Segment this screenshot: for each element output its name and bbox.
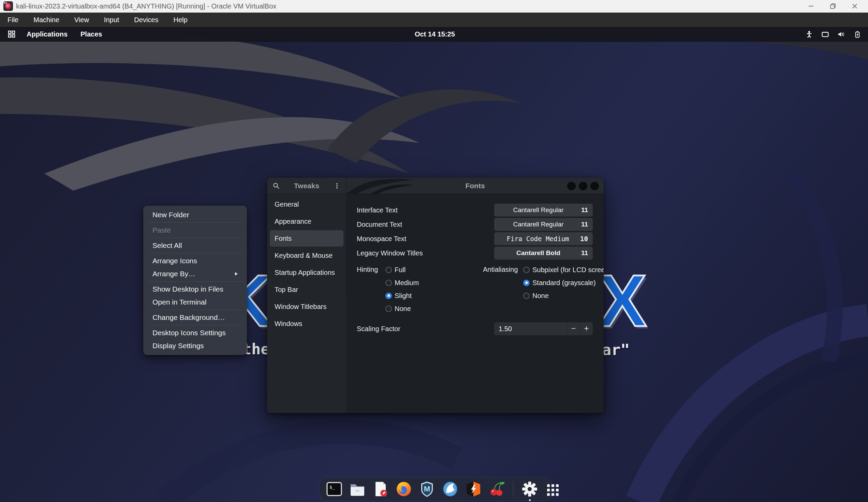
wireshark-icon: [441, 480, 459, 498]
radio-aa-subpixel[interactable]: Subpixel (for LCD screens): [523, 265, 604, 275]
radio-hinting-medium[interactable]: Medium: [385, 278, 419, 288]
radio-icon-selected: [523, 280, 530, 286]
app-grid-icon: [544, 480, 562, 498]
gnome-top-bar: Applications Places Oct 14 15:25: [0, 27, 868, 42]
grid-2x2-icon: [8, 30, 16, 38]
dock-wireshark[interactable]: [441, 480, 459, 498]
interface-font-button[interactable]: Cantarell Regular 11: [494, 203, 593, 217]
menu-item-select-all[interactable]: Select All: [143, 239, 247, 252]
sidebar-item-windows[interactable]: Windows: [270, 315, 343, 332]
accessibility-button[interactable]: [805, 30, 813, 38]
menu-input[interactable]: Input: [104, 16, 119, 24]
scaling-factor-label: Scaling Factor: [357, 322, 400, 335]
dock-burpsuite[interactable]: [465, 480, 482, 498]
display-status-button[interactable]: [821, 30, 829, 38]
menu-file[interactable]: File: [8, 16, 18, 24]
dock-files[interactable]: [349, 480, 366, 498]
desktop[interactable]: K X "the ear" Applications Places Oct 14…: [0, 27, 868, 502]
radio-label: None: [533, 292, 549, 300]
font-size: 11: [581, 206, 588, 214]
radio-label: Medium: [395, 279, 419, 287]
menu-devices[interactable]: Devices: [134, 16, 158, 24]
increment-button[interactable]: +: [580, 322, 593, 335]
menu-divider: [149, 222, 241, 223]
tweaks-headerbar[interactable]: Tweaks Fonts: [267, 178, 604, 194]
font-row-legacy-titles: Legacy Window Titles Cantarell Bold 11: [347, 247, 604, 260]
sidebar-item-keyboard-mouse[interactable]: Keyboard & Mouse: [270, 247, 343, 264]
close-button[interactable]: [850, 2, 859, 11]
settings-gear-icon: [521, 480, 538, 498]
screen: 64 kali-linux-2023.2-virtualbox-amd64 (B…: [0, 0, 868, 502]
font-row-interface: Interface Text Cantarell Regular 11: [347, 203, 604, 217]
radio-icon: [385, 305, 392, 312]
sidebar-item-startup-applications[interactable]: Startup Applications: [270, 264, 343, 281]
menu-item-desktop-icons-settings[interactable]: Desktop Icons Settings: [143, 326, 247, 339]
menu-item-new-folder[interactable]: New Folder: [143, 208, 247, 221]
menu-item-arrange-by[interactable]: Arrange By…: [143, 268, 247, 280]
dock-cherrytree[interactable]: [488, 480, 505, 498]
kebab-menu-button[interactable]: [332, 181, 342, 191]
overview-grid-button[interactable]: [5, 27, 18, 42]
menu-view[interactable]: View: [74, 16, 89, 24]
burpsuite-icon: [465, 480, 482, 498]
tweaks-window: Tweaks Fonts: [267, 178, 604, 413]
volume-button[interactable]: [837, 30, 845, 38]
window-button-3[interactable]: [590, 182, 599, 190]
font-name: Cantarell Regular: [499, 206, 578, 214]
window-button-2[interactable]: [579, 182, 587, 190]
dock-terminal[interactable]: $_: [326, 480, 343, 498]
menu-item-arrange-icons[interactable]: Arrange Icons: [143, 254, 247, 268]
menu-machine[interactable]: Machine: [33, 16, 59, 24]
minimize-button[interactable]: [807, 2, 816, 11]
battery-button[interactable]: [853, 30, 861, 38]
radio-label: Full: [395, 266, 405, 274]
desktop-context-menu: New Folder Paste Select All Arrange Icon…: [143, 206, 247, 355]
font-size: 11: [581, 221, 588, 228]
menu-divider: [149, 238, 241, 238]
applications-menu[interactable]: Applications: [22, 27, 72, 42]
radio-hinting-slight[interactable]: Slight: [385, 291, 412, 301]
sidebar-item-top-bar[interactable]: Top Bar: [270, 281, 343, 298]
sidebar-item-fonts[interactable]: Fonts: [270, 230, 343, 247]
radio-label: Slight: [395, 292, 412, 300]
monospace-font-button[interactable]: Fira Code Medium 10: [494, 232, 593, 245]
radio-hinting-none[interactable]: None: [385, 304, 411, 314]
accessibility-icon: [805, 30, 813, 38]
document-font-button[interactable]: Cantarell Regular 11: [494, 218, 593, 231]
clock[interactable]: Oct 14 15:25: [415, 27, 455, 42]
firefox-icon: [395, 480, 413, 498]
sidebar-item-general[interactable]: General: [270, 196, 343, 212]
dock-app-grid[interactable]: [544, 480, 562, 498]
menu-help[interactable]: Help: [173, 16, 187, 24]
submenu-arrow-icon: [235, 272, 238, 275]
menu-item-change-background[interactable]: Change Background…: [143, 311, 247, 324]
font-size: 11: [581, 249, 588, 257]
radio-hinting-full[interactable]: Full: [385, 265, 405, 275]
dock-metasploit[interactable]: M: [418, 480, 436, 498]
top-bar-left: Applications Places: [0, 27, 107, 42]
dock-firefox[interactable]: [395, 480, 413, 498]
radio-icon: [523, 267, 530, 273]
radio-aa-standard[interactable]: Standard (grayscale): [523, 278, 596, 288]
sidebar-item-window-titlebars[interactable]: Window Titlebars: [270, 299, 343, 315]
scaling-factor-spinbox: 1.50 − +: [494, 322, 593, 335]
menu-item-show-desktop-in-files[interactable]: Show Desktop in Files: [143, 283, 247, 296]
dock-text-editor[interactable]: [372, 480, 390, 498]
decrement-button[interactable]: −: [567, 322, 580, 335]
legacy-titles-font-button[interactable]: Cantarell Bold 11: [494, 247, 593, 260]
search-button[interactable]: [271, 181, 281, 191]
kebab-menu-icon: [333, 182, 341, 190]
menu-item-display-settings[interactable]: Display Settings: [143, 339, 247, 352]
scaling-factor-row: Scaling Factor 1.50 − +: [347, 322, 604, 335]
dock-settings[interactable]: [521, 480, 538, 498]
sidebar-item-appearance[interactable]: Appearance: [270, 213, 343, 230]
places-menu[interactable]: Places: [76, 27, 107, 42]
window-button-1[interactable]: [567, 182, 576, 190]
menu-divider: [149, 281, 241, 282]
scaling-factor-value[interactable]: 1.50: [494, 322, 567, 335]
restore-button[interactable]: [828, 2, 837, 11]
radio-aa-none[interactable]: None: [523, 291, 549, 301]
menu-item-open-in-terminal[interactable]: Open in Terminal: [143, 296, 247, 308]
font-row-document: Document Text Cantarell Regular 11: [347, 218, 604, 231]
row-label: Interface Text: [357, 203, 398, 217]
